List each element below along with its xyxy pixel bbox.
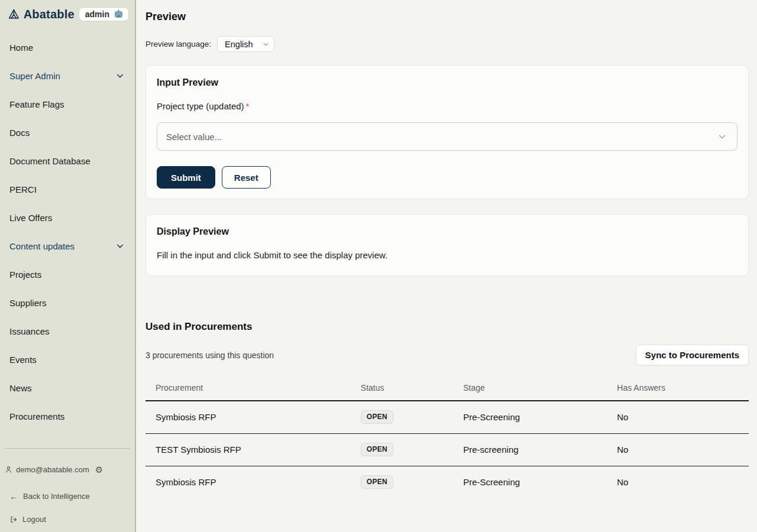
chevron-down-icon (116, 72, 124, 80)
cell-stage: Pre-screening (453, 433, 607, 466)
sidebar-item-document-database[interactable]: Document Database (0, 147, 135, 175)
person-icon (5, 466, 12, 473)
sidebar-item-content-updates[interactable]: Content updates (0, 232, 135, 260)
field-label-text: Project type (updated) (157, 101, 244, 111)
sidebar-item-projects[interactable]: Projects (0, 260, 135, 288)
form-buttons-row: Submit Reset (157, 166, 737, 189)
table-header-row: Procurement Status Stage Has Answers (145, 377, 749, 401)
procurements-subheader-row: 3 procurements using this question Sync … (145, 345, 749, 365)
sidebar: Abatable admin HomeSuper AdminFeature Fl… (0, 0, 136, 532)
sidebar-item-procurements[interactable]: Procurements (0, 402, 135, 430)
status-badge: OPEN (361, 443, 393, 456)
chevron-down-icon (263, 41, 269, 47)
cell-stage: Pre-Screening (453, 466, 607, 498)
input-preview-card: Input Preview Project type (updated)* Se… (145, 65, 749, 199)
logout-icon (9, 515, 18, 524)
user-email: demo@abatable.com (16, 465, 89, 474)
table-row[interactable]: Symbiosis RFPOPENPre-ScreeningNo (145, 466, 749, 498)
sidebar-item-super-admin[interactable]: Super Admin (0, 61, 135, 90)
sidebar-item-events[interactable]: Events (0, 345, 135, 374)
sidebar-item-suppliers[interactable]: Suppliers (0, 288, 135, 317)
table-row[interactable]: TEST Symbiosis RFPOPENPre-screeningNo (145, 433, 749, 466)
procurements-table: Procurement Status Stage Has Answers Sym… (145, 377, 749, 498)
preview-language-select[interactable]: English (217, 36, 274, 52)
sidebar-item-issuances[interactable]: Issuances (0, 317, 135, 345)
procurements-count-text: 3 procurements using this question (145, 351, 274, 360)
sidebar-item-label: Issuances (9, 326, 124, 336)
logout-label: Logout (22, 515, 46, 524)
sidebar-divider (5, 448, 130, 449)
page-title: Preview (145, 11, 749, 23)
cell-procurement: TEST Symbiosis RFP (145, 433, 351, 466)
sidebar-item-label: Feature Flags (9, 99, 124, 109)
sidebar-item-label: News (9, 383, 124, 393)
reset-button[interactable]: Reset (222, 166, 271, 189)
cell-has-answers: No (607, 466, 749, 498)
sidebar-item-label: Suppliers (9, 298, 124, 308)
column-header-status: Status (351, 377, 453, 401)
sidebar-item-label: PERCI (9, 184, 124, 194)
back-to-intelligence-label: Back to Intelligence (23, 492, 90, 501)
chevron-down-icon (116, 242, 124, 250)
project-type-select[interactable]: Select value... (157, 122, 737, 151)
used-in-procurements-title: Used in Procurements (145, 321, 749, 333)
display-preview-title: Display Preview (157, 226, 737, 237)
sidebar-item-live-offers[interactable]: Live Offers (0, 203, 135, 232)
sidebar-item-label: Docs (9, 128, 124, 138)
status-badge: OPEN (361, 475, 393, 489)
project-type-select-placeholder: Select value... (166, 132, 222, 142)
admin-badge: admin (79, 7, 129, 21)
sidebar-item-label: Procurements (9, 411, 124, 421)
sidebar-item-label: Live Offers (9, 213, 124, 223)
cell-status: OPEN (351, 466, 453, 498)
sidebar-nav: HomeSuper AdminFeature FlagsDocsDocument… (0, 33, 135, 430)
sidebar-item-home[interactable]: Home (0, 33, 135, 61)
status-badge: OPEN (361, 410, 393, 424)
cell-stage: Pre-Screening (453, 401, 607, 433)
robot-emoji-icon (114, 9, 124, 19)
abatable-logo-icon (8, 7, 20, 21)
table-row[interactable]: Symbiosis RFPOPENPre-ScreeningNo (145, 401, 749, 433)
project-type-field-label: Project type (updated)* (157, 101, 737, 111)
sidebar-footer: demo@abatable.com ⚙︎ ← Back to Intellige… (0, 448, 135, 532)
input-preview-title: Input Preview (157, 77, 737, 88)
sidebar-item-docs[interactable]: Docs (0, 118, 135, 147)
sidebar-item-label: Projects (9, 270, 124, 280)
display-preview-card: Display Preview Fill in the input and cl… (145, 214, 749, 276)
submit-button[interactable]: Submit (157, 166, 215, 189)
column-header-has-answers: Has Answers (607, 377, 749, 401)
logout-link[interactable]: Logout (0, 515, 135, 524)
sidebar-item-label: Document Database (9, 156, 124, 166)
cell-has-answers: No (607, 433, 749, 466)
sync-to-procurements-button[interactable]: Sync to Procurements (636, 345, 749, 365)
cell-status: OPEN (351, 433, 453, 466)
left-arrow-icon: ← (9, 492, 18, 501)
display-preview-body: Fill in the input and click Submit to se… (157, 250, 737, 260)
cell-procurement: Symbiosis RFP (145, 466, 351, 498)
gear-icon[interactable]: ⚙︎ (95, 465, 103, 474)
cell-procurement: Symbiosis RFP (145, 401, 351, 433)
preview-language-value: English (225, 40, 253, 49)
cell-status: OPEN (351, 401, 453, 433)
user-email-row: demo@abatable.com ⚙︎ (5, 465, 129, 474)
admin-badge-label: admin (85, 9, 109, 19)
main-content: Preview Preview language: English Input … (136, 0, 757, 532)
brand-name: Abatable (24, 8, 75, 21)
column-header-procurement: Procurement (145, 377, 351, 401)
back-to-intelligence-link[interactable]: ← Back to Intelligence (0, 492, 135, 501)
brand-header: Abatable admin (0, 0, 135, 21)
sidebar-item-label: Super Admin (9, 71, 116, 81)
column-header-stage: Stage (453, 377, 607, 401)
cell-has-answers: No (607, 401, 749, 433)
sidebar-item-label: Content updates (9, 241, 116, 251)
sidebar-item-perci[interactable]: PERCI (0, 175, 135, 203)
sidebar-item-news[interactable]: News (0, 374, 135, 402)
sidebar-item-feature-flags[interactable]: Feature Flags (0, 90, 135, 118)
required-asterisk: * (246, 101, 250, 111)
preview-language-row: Preview language: English (145, 36, 749, 52)
chevron-down-icon (718, 132, 726, 141)
procurements-table-body: Symbiosis RFPOPENPre-ScreeningNoTEST Sym… (145, 401, 749, 498)
sidebar-item-label: Home (9, 43, 124, 53)
preview-language-label: Preview language: (145, 40, 211, 48)
sidebar-item-label: Events (9, 355, 124, 365)
